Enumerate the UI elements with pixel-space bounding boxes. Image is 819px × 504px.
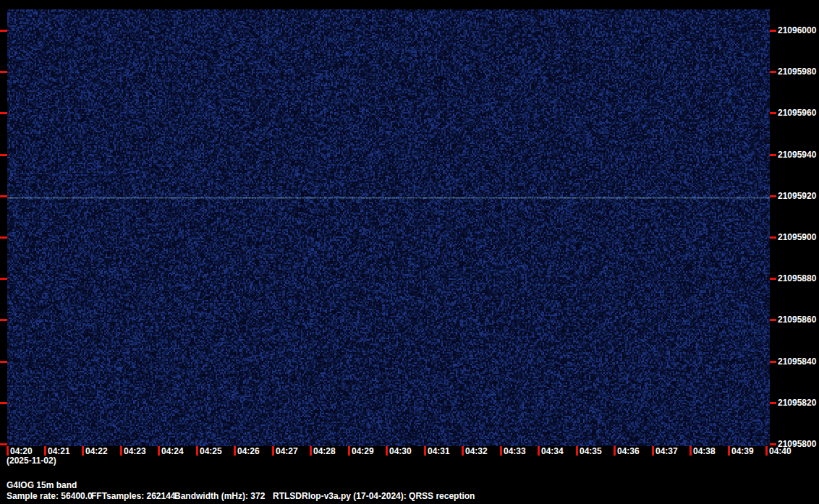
time-tick xyxy=(158,446,160,456)
fft-samples-label: FFTsamples: 262144 xyxy=(91,492,176,501)
time-tick-label: 04:24 xyxy=(161,447,184,456)
freq-tick-left xyxy=(0,112,7,114)
time-tick-label: 04:29 xyxy=(352,447,374,456)
time-tick xyxy=(576,446,578,456)
freq-tick-label: 21095860 xyxy=(778,315,816,325)
sample-rate-label: Sample rate: 56400.0 xyxy=(7,492,93,501)
time-tick-label: 04:33 xyxy=(504,447,526,456)
freq-tick-right xyxy=(770,154,776,156)
freq-tick-label: 21095960 xyxy=(778,108,816,118)
freq-tick-label: 21095820 xyxy=(778,398,816,408)
spectrogram-waterfall xyxy=(7,9,770,446)
time-tick xyxy=(689,446,692,456)
freq-tick-right xyxy=(770,361,776,363)
time-tick xyxy=(614,446,616,456)
freq-tick-label: 21095940 xyxy=(778,150,816,160)
freq-tick-label: 21095840 xyxy=(778,356,816,367)
time-tick-label: 04:27 xyxy=(276,447,298,456)
time-tick-label: 04:37 xyxy=(655,447,678,456)
bandwidth-label: Bandwidth (mHz): 372 xyxy=(174,492,265,501)
freq-tick-right xyxy=(770,278,776,280)
time-tick xyxy=(765,446,768,456)
time-tick xyxy=(424,446,426,456)
freq-tick-left xyxy=(0,278,7,280)
time-tick xyxy=(728,446,730,456)
time-tick-label: 04:35 xyxy=(580,447,602,456)
time-tick xyxy=(500,446,502,456)
time-tick xyxy=(7,446,9,456)
freq-tick-right xyxy=(770,319,776,321)
freq-tick-right xyxy=(770,443,776,445)
time-tick xyxy=(348,446,350,456)
freq-tick-right xyxy=(770,30,776,32)
time-tick xyxy=(120,446,122,456)
freq-tick-right xyxy=(770,195,776,197)
time-tick xyxy=(538,446,540,456)
freq-tick-left xyxy=(0,30,7,32)
time-tick xyxy=(82,446,84,456)
freq-tick-left xyxy=(0,443,7,445)
freq-tick-label: 21095900 xyxy=(778,232,816,242)
time-tick-label: 04:30 xyxy=(389,447,412,456)
freq-tick-right xyxy=(770,236,776,239)
station-band-label: G4IOG 15m band xyxy=(7,481,77,490)
qrss-grabber-screen: 2109600021095980210959602109594021095920… xyxy=(0,0,819,504)
date-label: (2025-11-02) xyxy=(7,456,56,466)
freq-tick-right xyxy=(770,402,776,404)
time-tick-label: 04:32 xyxy=(465,447,488,456)
freq-tick-label: 21095920 xyxy=(778,191,816,201)
time-tick-label: 04:25 xyxy=(200,447,222,456)
freq-tick-label: 21096000 xyxy=(778,25,816,35)
program-info-label: RTLSDRlop-v3a.py (17-04-2024): QRSS rece… xyxy=(273,492,475,501)
time-tick xyxy=(44,446,46,456)
freq-tick-label: 21095880 xyxy=(778,273,816,283)
freq-tick-right xyxy=(770,71,776,73)
time-tick xyxy=(196,446,198,456)
time-tick xyxy=(310,446,312,456)
time-tick-label: 04:23 xyxy=(124,447,146,456)
time-tick-label: 04:26 xyxy=(237,447,260,456)
freq-tick-left xyxy=(0,71,7,73)
time-tick xyxy=(234,446,236,456)
freq-tick-left xyxy=(0,154,7,156)
time-tick-label: 04:34 xyxy=(541,447,564,456)
freq-tick-left xyxy=(0,402,7,404)
freq-tick-right xyxy=(770,112,776,114)
time-tick xyxy=(272,446,274,456)
freq-tick-left xyxy=(0,195,7,197)
time-tick-label: 04:22 xyxy=(85,447,108,456)
time-tick-label: 04:39 xyxy=(731,447,754,456)
freq-tick-label: 21095980 xyxy=(778,67,816,77)
time-tick xyxy=(462,446,464,456)
time-tick-label: 04:38 xyxy=(693,447,716,456)
time-tick-label: 04:40 xyxy=(769,447,792,456)
time-tick-label: 04:28 xyxy=(313,447,336,456)
time-tick xyxy=(386,446,388,456)
time-tick-label: 04:31 xyxy=(428,447,450,456)
freq-tick-left xyxy=(0,361,7,363)
time-tick xyxy=(652,446,654,456)
time-tick-label: 04:36 xyxy=(617,447,640,456)
freq-tick-left xyxy=(0,236,7,239)
freq-tick-left xyxy=(0,319,7,321)
